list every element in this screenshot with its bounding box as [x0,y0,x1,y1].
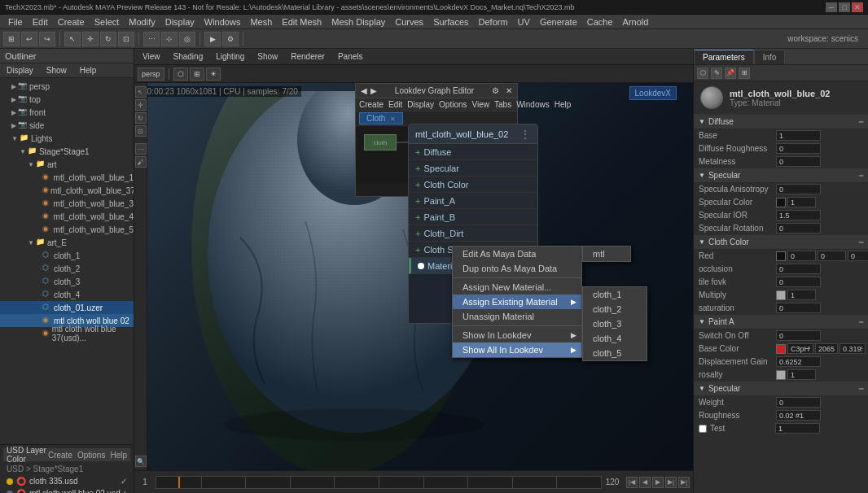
vp-tool-magnify[interactable]: 🔍 [135,456,147,467]
section-collapse-specular[interactable]: ━ [859,172,863,180]
vp-btn-camera[interactable]: persp [138,68,164,81]
lg-menu-edit[interactable]: Edit [388,100,402,109]
toolbar-settings[interactable]: ⚙ [222,32,239,46]
attr-input-roughness[interactable] [776,410,821,421]
menu-display[interactable]: Display [160,15,199,28]
outliner-item-art-e[interactable]: ▼ 📁 art_E [0,236,134,249]
layer-item-cloth335[interactable]: ⭕ cloth 335.usd ✓ [3,475,130,487]
outliner-item-cloth1[interactable]: ▶ ⬡ cloth_1 [0,249,134,262]
viewport-content[interactable]: 00:00:23 1060x1081 | CPU | samples: 7/20… [134,83,693,470]
attr-toolbar-btn-4[interactable]: ⊞ [739,68,750,79]
attr-input-spec-aniso[interactable] [776,184,821,194]
toolbar-rotate[interactable]: ↻ [100,32,116,46]
attr-input-weight[interactable] [776,397,821,408]
outliner-item-lights[interactable]: ▼ 📁 Lights [0,132,134,145]
menu-cache[interactable]: Cache [582,15,618,28]
section-collapse-paint-a[interactable]: ━ [859,318,863,326]
vp-tool-rotate[interactable]: ↻ [135,112,147,124]
lookdev-fwd-btn[interactable]: ▶ [370,86,377,95]
ctx-item-show-lookdev[interactable]: Show In Lookdev ▶ [453,328,581,342]
menu-mesh-display[interactable]: Mesh Display [327,15,390,28]
outliner-item-front[interactable]: ▶ 📷 front [0,106,134,119]
toolbar-select[interactable]: ↖ [64,32,81,46]
attr-input-base-color-2[interactable] [815,343,838,354]
timeline-playhead[interactable] [178,477,180,488]
vp-menu-shading[interactable]: Shading [170,49,207,64]
attr-tab-parameters[interactable]: Parameters [694,50,754,64]
attr-input-spec-color[interactable] [787,197,816,207]
maximize-button[interactable]: □ [839,2,850,12]
vp-menu-renderer[interactable]: Renderer [287,49,328,64]
red-color-swatch[interactable] [776,251,786,261]
submenu1-item-mtl[interactable]: mtl [583,246,630,261]
attr-section-specular-2[interactable]: ▼ Specular ━ [694,382,868,396]
menu-edit[interactable]: Edit [28,15,53,28]
attr-input-base-color-3[interactable] [840,343,866,354]
attr-input-occlusion[interactable] [776,264,821,274]
vp-tool-move[interactable]: ✛ [135,99,147,111]
vp-menu-panels[interactable]: Panels [335,49,366,64]
lg-menu-display[interactable]: Display [407,100,434,109]
ctx-item-assign-new[interactable]: Assign New Material... [453,280,581,294]
ctx-item-assign-existing[interactable]: Assign Existing Material ▶ [453,294,581,309]
outliner-item-mat-blue37[interactable]: ▶ ◉ mtl cloth woll blue 37(usd)... [0,327,134,340]
menu-curves[interactable]: Curves [390,15,428,28]
outliner-item-cloth3[interactable]: ▶ ⬡ cloth_3 [0,275,134,288]
section-collapse-specular-2[interactable]: ━ [859,385,863,393]
menu-select[interactable]: Select [90,15,125,28]
outliner-item-cloth01[interactable]: ▶ ⬡ cloth_01.uzer [0,301,134,314]
mat-section-specular[interactable]: + Specular [409,160,537,177]
playback-step-fwd[interactable]: ▶| [665,477,677,488]
attr-input-diff-rough[interactable] [776,143,821,154]
attr-toolbar-btn-1[interactable]: ⬡ [697,68,708,79]
outliner-item-cloth2[interactable]: ▶ ⬡ cloth_2 [0,262,134,275]
mat-section-cloth-dirt[interactable]: + Cloth_Dirt [409,225,537,242]
lg-menu-help[interactable]: Help [555,100,572,109]
outliner-item-persp[interactable]: ▶ 📷 persp [0,80,134,93]
attr-input-spec-rot[interactable] [776,223,821,233]
base-color-swatch[interactable] [776,344,786,354]
attr-section-paint-a[interactable]: ▼ Paint A ━ [694,315,868,329]
vp-btn-light[interactable]: ☀ [206,68,221,81]
vp-btn-shading[interactable]: ⬡ [173,68,188,81]
menu-file[interactable]: File [3,15,28,28]
menu-create[interactable]: Create [53,15,90,28]
menu-surfaces[interactable]: Surfaces [428,15,473,28]
toolbar-snap2[interactable]: ⊹ [161,32,178,46]
outliner-item-mat37[interactable]: ▶ ◉ mtl_cloth_woll_blue_37 [0,184,134,197]
timeline-bar[interactable] [156,476,602,489]
ctx-item-unassign[interactable]: Unassign Material [453,309,581,324]
attr-section-cloth-color[interactable]: ▼ Cloth Color ━ [694,235,868,250]
vp-menu-view[interactable]: View [139,49,164,64]
attr-tab-info[interactable]: Info [754,50,786,64]
outliner-menu-show[interactable]: Show [43,63,70,77]
outliner-item-stage[interactable]: ▼ 📁 Stage*Stage1 [0,145,134,158]
lookdev-tab-cloth[interactable]: Cloth ✕ [359,112,403,124]
lookdev-tab-close[interactable]: ✕ [390,116,396,123]
submenu2-item-4[interactable]: cloth_4 [583,331,647,346]
mat-section-diffuse[interactable]: + Diffuse [409,144,537,160]
attr-input-tilefovk[interactable] [776,277,821,287]
attr-input-red-2[interactable] [818,251,846,261]
outliner-menu-display[interactable]: Display [3,63,37,77]
outliner-item-mat4[interactable]: ▶ ◉ mtl_cloth_woll_blue_4 [0,210,134,223]
ctx-item-show-all-lookdev[interactable]: Show All In Lookdev ▶ [453,342,581,357]
attr-toolbar-btn-2[interactable]: ✎ [711,68,722,79]
vp-tool-paint[interactable]: 🖌 [135,156,147,168]
mat-section-paint-b[interactable]: + Paint_B [409,209,537,225]
attr-input-disp-gain[interactable] [776,356,821,367]
lookdev-close-icon[interactable]: ✕ [506,86,512,95]
toolbar-btn-3[interactable]: ↪ [39,32,55,46]
attr-input-test[interactable] [775,423,820,434]
submenu2-item-3[interactable]: cloth_3 [583,316,647,331]
ctx-item-dup-maya[interactable]: Dup onto As Maya Data [453,261,581,276]
submenu2-item-2[interactable]: cloth_2 [583,302,647,316]
lookdev-settings-icon[interactable]: ⚙ [492,86,499,95]
outliner-menu-help[interactable]: Help [77,63,100,77]
rosalty-color-swatch[interactable] [776,370,786,380]
graph-node-1[interactable]: cloth [364,134,397,151]
usd-layer-menu-options[interactable]: Options [77,451,105,460]
menu-deform[interactable]: Deform [474,15,513,28]
section-collapse-diffuse[interactable]: ━ [859,118,863,126]
menu-modify[interactable]: Modify [124,15,160,28]
